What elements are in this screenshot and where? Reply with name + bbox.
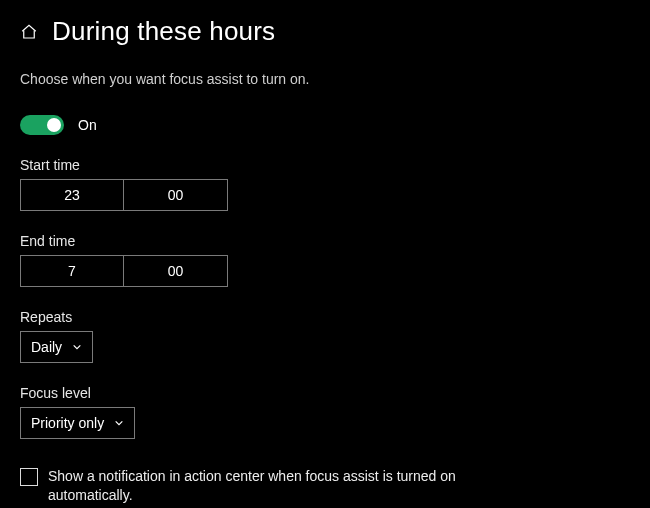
chevron-down-icon <box>114 418 124 428</box>
page-subtitle: Choose when you want focus assist to tur… <box>20 71 630 87</box>
repeats-dropdown[interactable]: Daily <box>20 331 93 363</box>
home-icon[interactable] <box>20 23 38 41</box>
start-time-label: Start time <box>20 157 630 173</box>
focus-assist-toggle[interactable] <box>20 115 64 135</box>
start-time-picker: 23 00 <box>20 179 630 211</box>
notify-checkbox-label: Show a notification in action center whe… <box>48 467 490 505</box>
page-title: During these hours <box>52 16 275 47</box>
focus-level-value: Priority only <box>31 415 104 431</box>
toggle-state-label: On <box>78 117 97 133</box>
end-time-picker: 7 00 <box>20 255 630 287</box>
focus-level-dropdown[interactable]: Priority only <box>20 407 135 439</box>
page-header: During these hours <box>20 16 630 47</box>
start-time-minute[interactable]: 00 <box>124 179 228 211</box>
repeats-label: Repeats <box>20 309 630 325</box>
start-time-hour[interactable]: 23 <box>20 179 124 211</box>
chevron-down-icon <box>72 342 82 352</box>
end-time-label: End time <box>20 233 630 249</box>
notify-checkbox[interactable] <box>20 468 38 486</box>
focus-level-label: Focus level <box>20 385 630 401</box>
end-time-hour[interactable]: 7 <box>20 255 124 287</box>
end-time-minute[interactable]: 00 <box>124 255 228 287</box>
toggle-knob <box>47 118 61 132</box>
repeats-value: Daily <box>31 339 62 355</box>
